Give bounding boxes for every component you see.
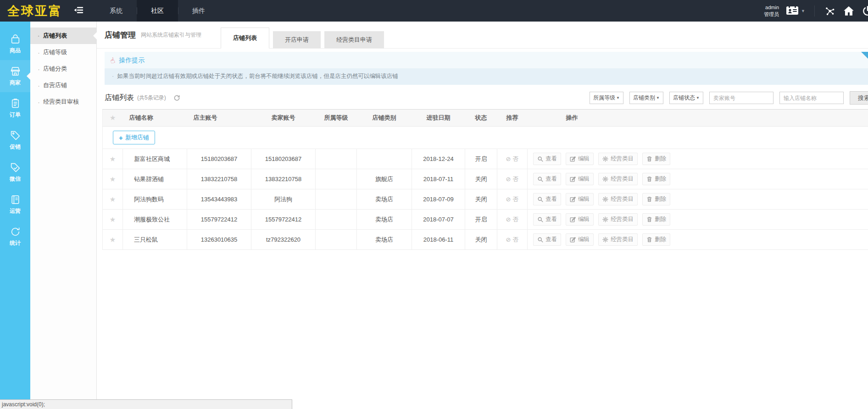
cell-level <box>316 230 357 250</box>
cell-category: 卖场店 <box>357 230 412 250</box>
delete-button[interactable]: 删除 <box>642 233 670 246</box>
storefront-icon <box>10 66 21 77</box>
clipboard-icon <box>10 98 21 109</box>
home-button[interactable] <box>843 5 855 17</box>
category-filter-select[interactable]: 店铺类别▼ <box>629 92 663 104</box>
business-category-button[interactable]: 经营类目 <box>598 233 638 246</box>
submenu-item-shop-grade[interactable]: ·店铺等级 <box>30 44 96 61</box>
tab-open-shop-application[interactable]: 开店申请 <box>273 31 321 48</box>
recommend-flag: ⊘否 <box>506 176 519 182</box>
submenu-item-self-operated[interactable]: ·自营店铺 <box>30 77 96 94</box>
delete-button[interactable]: 删除 <box>642 213 670 226</box>
favorite-star-icon[interactable]: ★ <box>110 236 116 243</box>
topnav-item-community[interactable]: 社区 <box>137 0 178 22</box>
caret-down-icon: ▼ <box>696 96 700 100</box>
topbar-right: admin 管理员 ▼ <box>764 0 868 22</box>
cell-entry-date: 2018-07-11 <box>412 169 465 189</box>
network-menu-button[interactable] <box>824 5 836 17</box>
shop-name-input[interactable] <box>779 92 844 104</box>
view-button[interactable]: 查看 <box>533 153 561 165</box>
cell-seller-account: 13832210758 <box>251 169 316 189</box>
user-info[interactable]: admin 管理员 <box>764 4 779 17</box>
sidebar-item-orders[interactable]: 订单 <box>0 92 30 124</box>
hand-pointer-icon: ☝ <box>109 56 116 65</box>
submenu-item-shop-category[interactable]: ·店铺分类 <box>30 61 96 77</box>
delete-button[interactable]: 删除 <box>642 193 670 205</box>
sidebar-item-operations[interactable]: 运营 <box>0 188 30 221</box>
view-button[interactable]: 查看 <box>533 213 561 226</box>
title-wrap: 店铺管理 网站系统店铺索引与管理 <box>105 22 201 48</box>
sidebar-item-statistics[interactable]: 统计 <box>0 221 30 253</box>
col-category: 店铺类别 <box>357 110 412 127</box>
cell-entry-date: 2018-12-24 <box>412 149 465 169</box>
seller-account-input[interactable] <box>709 92 773 104</box>
cell-owner-account: 13263010635 <box>187 230 251 250</box>
cell-level <box>316 149 357 169</box>
collapse-sidebar-button[interactable] <box>68 0 89 22</box>
edit-button[interactable]: 编辑 <box>566 173 594 185</box>
add-shop-label: 新增店铺 <box>125 133 149 142</box>
sidebar-item-label: 促销 <box>10 143 21 151</box>
cell-level <box>316 210 357 230</box>
business-category-button[interactable]: 经营类目 <box>598 173 638 185</box>
sidebar-item-merchants[interactable]: 商家 <box>0 60 30 92</box>
shopping-bag-icon <box>10 33 21 45</box>
cell-status: 关闭 <box>465 169 497 189</box>
edit-button[interactable]: 编辑 <box>566 153 594 165</box>
favorite-star-icon[interactable]: ★ <box>110 175 116 183</box>
bullet-icon: · <box>38 99 40 105</box>
view-button[interactable]: 查看 <box>533 193 561 205</box>
circle-slash-icon: ⊘ <box>506 176 511 182</box>
col-level: 所属等级 <box>316 110 357 127</box>
edit-button[interactable]: 编辑 <box>566 193 594 205</box>
favorite-star-icon[interactable]: ★ <box>110 216 116 223</box>
sidebar-item-products[interactable]: 商品 <box>0 28 30 60</box>
id-card-icon <box>786 5 799 17</box>
favorite-star-icon[interactable]: ★ <box>110 155 116 163</box>
view-button[interactable]: 查看 <box>533 233 561 246</box>
view-button[interactable]: 查看 <box>533 173 561 185</box>
cell-seller-account: 15180203687 <box>251 149 316 169</box>
edit-button[interactable]: 编辑 <box>566 213 594 226</box>
profile-menu-button[interactable]: ▼ <box>786 5 805 17</box>
submenu-item-shop-list[interactable]: ·店铺列表 <box>30 28 96 44</box>
col-recommend: 推荐 <box>497 110 528 127</box>
status-filter-select[interactable]: 店铺状态▼ <box>669 92 703 104</box>
business-category-button[interactable]: 经营类目 <box>598 193 638 205</box>
cell-seller-account: 阿法狗 <box>251 189 316 210</box>
delete-button[interactable]: 删除 <box>642 153 670 165</box>
cell-level <box>316 169 357 189</box>
topbar: 全球亚富 系统 社区 插件 admin 管理员 ▼ <box>0 0 868 22</box>
level-filter-select[interactable]: 所属等级▼ <box>590 92 623 104</box>
business-category-button[interactable]: 经营类目 <box>598 153 638 165</box>
tab-label: 店铺列表 <box>233 34 257 42</box>
filter-bar: 所属等级▼ 店铺类别▼ 店铺状态▼ 搜索 <box>590 91 868 105</box>
delete-button[interactable]: 删除 <box>642 173 670 185</box>
sidebar-item-wechat[interactable]: 微信 <box>0 156 30 188</box>
tab-business-category-application[interactable]: 经营类目申请 <box>324 31 384 48</box>
tab-shop-list[interactable]: 店铺列表 <box>221 28 269 49</box>
favorite-star-icon[interactable]: ★ <box>110 195 116 203</box>
record-count: (共5条记录) <box>137 94 166 102</box>
search-button[interactable]: 搜索 <box>850 91 868 105</box>
row-actions: 查看 编辑 经营类目 删除 <box>533 153 700 165</box>
business-category-button[interactable]: 经营类目 <box>598 213 638 226</box>
refresh-button[interactable] <box>173 94 180 101</box>
add-shop-button[interactable]: +新增店铺 <box>113 131 155 144</box>
topnav-item-plugins[interactable]: 插件 <box>178 0 219 22</box>
topbar-divider <box>814 6 815 17</box>
cell-owner-account: 13543443983 <box>187 189 251 210</box>
topnav-item-system[interactable]: 系统 <box>95 0 137 22</box>
cell-category: 卖场店 <box>357 189 412 210</box>
sync-arrows-icon <box>10 226 21 238</box>
submenu-item-business-category-audit[interactable]: ·经营类目审核 <box>30 94 96 110</box>
logout-power-button[interactable] <box>862 5 868 17</box>
submenu-label: 店铺分类 <box>43 65 67 73</box>
recommend-flag: ⊘否 <box>506 155 519 162</box>
page-head: 店铺管理 网站系统店铺索引与管理 店铺列表 开店申请 经营类目申请 <box>97 22 868 49</box>
recommend-flag: ⊘否 <box>506 236 519 243</box>
sidebar-item-promotions[interactable]: 促销 <box>0 124 30 156</box>
circle-slash-icon: ⊘ <box>506 216 511 223</box>
edit-button[interactable]: 编辑 <box>566 233 594 246</box>
sidebar-iconbar: 商品 商家 订单 促销 微信 运营 <box>0 22 30 409</box>
